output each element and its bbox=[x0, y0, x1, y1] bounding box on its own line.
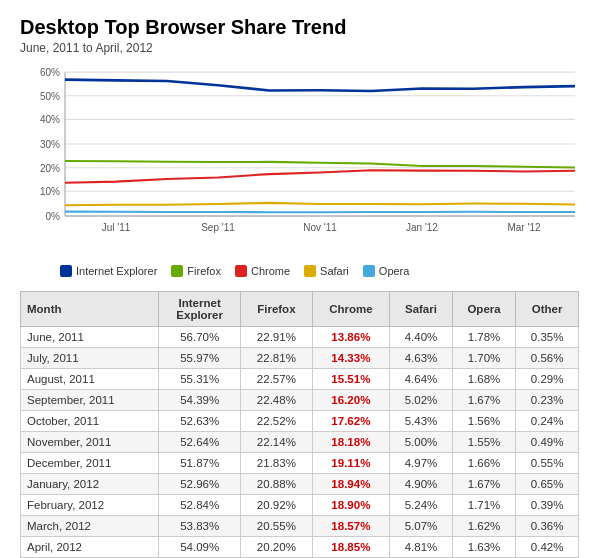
table-cell: 5.07% bbox=[390, 516, 453, 537]
table-cell: 0.35% bbox=[516, 327, 579, 348]
opera-line bbox=[65, 212, 575, 213]
table-row: March, 201253.83%20.55%18.57%5.07%1.62%0… bbox=[21, 516, 579, 537]
table-cell: 55.31% bbox=[159, 369, 241, 390]
svg-text:0%: 0% bbox=[46, 211, 60, 222]
cell-month: December, 2011 bbox=[21, 453, 159, 474]
legend-firefox: Firefox bbox=[171, 265, 221, 277]
legend-ie-color bbox=[60, 265, 72, 277]
table-cell: 0.65% bbox=[516, 474, 579, 495]
table-cell: 4.90% bbox=[390, 474, 453, 495]
legend-firefox-color bbox=[171, 265, 183, 277]
table-cell: 1.68% bbox=[452, 369, 516, 390]
table-cell: 0.39% bbox=[516, 495, 579, 516]
col-header-ie: InternetExplorer bbox=[159, 292, 241, 327]
col-header-opera: Opera bbox=[452, 292, 516, 327]
table-cell: 4.64% bbox=[390, 369, 453, 390]
table-cell: 0.49% bbox=[516, 432, 579, 453]
svg-text:40%: 40% bbox=[40, 114, 60, 125]
table-row: July, 201155.97%22.81%14.33%4.63%1.70%0.… bbox=[21, 348, 579, 369]
col-header-safari: Safari bbox=[390, 292, 453, 327]
table-row: January, 201252.96%20.88%18.94%4.90%1.67… bbox=[21, 474, 579, 495]
svg-text:50%: 50% bbox=[40, 91, 60, 102]
table-cell: 1.62% bbox=[452, 516, 516, 537]
cell-month: September, 2011 bbox=[21, 390, 159, 411]
data-table: Month InternetExplorer Firefox Chrome Sa… bbox=[20, 291, 579, 558]
legend-chrome-color bbox=[235, 265, 247, 277]
table-cell: 22.57% bbox=[241, 369, 312, 390]
svg-text:20%: 20% bbox=[40, 163, 60, 174]
chart-legend: Internet Explorer Firefox Chrome Safari … bbox=[20, 265, 579, 277]
table-cell: 5.00% bbox=[390, 432, 453, 453]
table-cell: 0.56% bbox=[516, 348, 579, 369]
safari-line bbox=[65, 203, 575, 205]
legend-chrome-label: Chrome bbox=[251, 265, 290, 277]
svg-text:Nov '11: Nov '11 bbox=[303, 222, 337, 233]
table-cell: 52.64% bbox=[159, 432, 241, 453]
svg-text:10%: 10% bbox=[40, 186, 60, 197]
page-title: Desktop Top Browser Share Trend bbox=[20, 16, 579, 39]
table-row: February, 201252.84%20.92%18.90%5.24%1.7… bbox=[21, 495, 579, 516]
table-cell: 52.84% bbox=[159, 495, 241, 516]
svg-text:Sep '11: Sep '11 bbox=[201, 222, 235, 233]
table-cell: 52.96% bbox=[159, 474, 241, 495]
table-cell: 20.55% bbox=[241, 516, 312, 537]
table-cell: 4.63% bbox=[390, 348, 453, 369]
table-cell: 51.87% bbox=[159, 453, 241, 474]
legend-chrome: Chrome bbox=[235, 265, 290, 277]
table-cell: 4.81% bbox=[390, 537, 453, 558]
table-cell: 0.23% bbox=[516, 390, 579, 411]
legend-safari-color bbox=[304, 265, 316, 277]
cell-month: October, 2011 bbox=[21, 411, 159, 432]
table-cell: 20.92% bbox=[241, 495, 312, 516]
col-header-month: Month bbox=[21, 292, 159, 327]
cell-chrome: 19.11% bbox=[312, 453, 390, 474]
table-cell: 55.97% bbox=[159, 348, 241, 369]
cell-month: August, 2011 bbox=[21, 369, 159, 390]
table-cell: 5.02% bbox=[390, 390, 453, 411]
legend-opera-color bbox=[363, 265, 375, 277]
table-cell: 54.39% bbox=[159, 390, 241, 411]
legend-safari-label: Safari bbox=[320, 265, 349, 277]
table-row: November, 201152.64%22.14%18.18%5.00%1.5… bbox=[21, 432, 579, 453]
table-cell: 1.55% bbox=[452, 432, 516, 453]
legend-firefox-label: Firefox bbox=[187, 265, 221, 277]
table-header-row: Month InternetExplorer Firefox Chrome Sa… bbox=[21, 292, 579, 327]
svg-text:60%: 60% bbox=[40, 67, 60, 78]
table-cell: 20.88% bbox=[241, 474, 312, 495]
cell-month: January, 2012 bbox=[21, 474, 159, 495]
line-chart: 60% 50% 40% 30% 20% 10% 0% Jul '11 Sep bbox=[20, 67, 579, 257]
cell-chrome: 18.18% bbox=[312, 432, 390, 453]
legend-opera-label: Opera bbox=[379, 265, 410, 277]
subtitle: June, 2011 to April, 2012 bbox=[20, 41, 579, 55]
table-cell: 1.56% bbox=[452, 411, 516, 432]
table-cell: 22.91% bbox=[241, 327, 312, 348]
table-cell: 4.40% bbox=[390, 327, 453, 348]
table-cell: 1.66% bbox=[452, 453, 516, 474]
table-cell: 22.52% bbox=[241, 411, 312, 432]
table-cell: 1.71% bbox=[452, 495, 516, 516]
cell-chrome: 18.57% bbox=[312, 516, 390, 537]
cell-month: February, 2012 bbox=[21, 495, 159, 516]
table-cell: 56.70% bbox=[159, 327, 241, 348]
cell-chrome: 14.33% bbox=[312, 348, 390, 369]
table-cell: 21.83% bbox=[241, 453, 312, 474]
table-cell: 22.81% bbox=[241, 348, 312, 369]
table-cell: 5.43% bbox=[390, 411, 453, 432]
svg-text:Jul '11: Jul '11 bbox=[102, 222, 131, 233]
table-cell: 1.67% bbox=[452, 390, 516, 411]
table-cell: 0.55% bbox=[516, 453, 579, 474]
cell-month: March, 2012 bbox=[21, 516, 159, 537]
table-cell: 1.70% bbox=[452, 348, 516, 369]
chart-area: 60% 50% 40% 30% 20% 10% 0% Jul '11 Sep bbox=[20, 67, 579, 257]
cell-chrome: 13.86% bbox=[312, 327, 390, 348]
table-cell: 0.29% bbox=[516, 369, 579, 390]
firefox-line bbox=[65, 161, 575, 168]
legend-ie-label: Internet Explorer bbox=[76, 265, 157, 277]
table-cell: 52.63% bbox=[159, 411, 241, 432]
cell-month: July, 2011 bbox=[21, 348, 159, 369]
table-row: June, 201156.70%22.91%13.86%4.40%1.78%0.… bbox=[21, 327, 579, 348]
cell-chrome: 18.85% bbox=[312, 537, 390, 558]
cell-month: April, 2012 bbox=[21, 537, 159, 558]
table-cell: 1.67% bbox=[452, 474, 516, 495]
legend-opera: Opera bbox=[363, 265, 410, 277]
